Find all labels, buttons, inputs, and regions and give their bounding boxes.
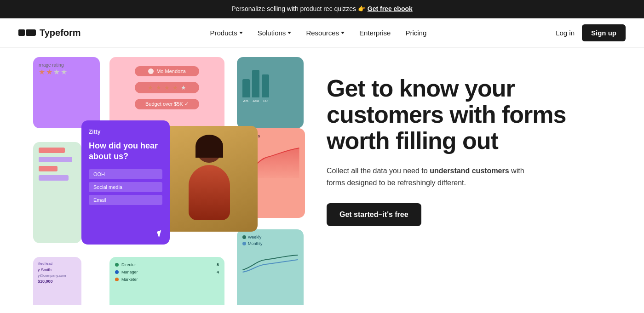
- form-question: How did you hear about us?: [89, 141, 162, 162]
- logo-rect: [26, 29, 36, 36]
- dot-icon: [115, 263, 119, 267]
- company-name: Zitty: [89, 129, 162, 135]
- mini-bar: [39, 148, 65, 153]
- nav-products[interactable]: Products: [210, 29, 242, 37]
- chevron-down-icon: [341, 32, 345, 34]
- budget-label: Budget over $5K ✓: [145, 101, 189, 107]
- option-social[interactable]: Social media: [89, 182, 162, 192]
- nav-right: Log in Sign up: [556, 24, 626, 41]
- freq-label: Weekly: [248, 235, 261, 239]
- table-row: Marketer: [115, 277, 219, 282]
- announcement-banner: Personalize selling with product rec qui…: [0, 0, 644, 18]
- hero-sub-bold: understand customers: [430, 167, 509, 175]
- hero-headline: Get to know your customers with forms wo…: [327, 75, 616, 154]
- navbar: Typeform Products Solutions Resources En…: [0, 18, 644, 48]
- hero-sub-start: Collect all the data you need to: [327, 167, 430, 175]
- nav-solutions[interactable]: Solutions: [258, 29, 292, 37]
- freq-label: Monthly: [248, 241, 263, 246]
- budget-chip: Budget over $5K ✓: [135, 99, 199, 109]
- freq-dot: [242, 242, 246, 245]
- card-purple-top: rrrage rating ★ ★ ★ ★: [33, 57, 100, 128]
- card-table: Director 8 Manager 4 Marketer: [109, 257, 224, 305]
- bar-chart: [242, 70, 298, 97]
- bar-label-asia: Asia: [252, 99, 259, 102]
- card-mint-left: [33, 142, 81, 243]
- star-icon: ★: [148, 84, 153, 91]
- star-empty-icon: ★: [181, 84, 186, 91]
- star-empty-icon: ★: [61, 68, 67, 76]
- table-row: Manager 4: [115, 270, 219, 274]
- login-button[interactable]: Log in: [556, 29, 575, 37]
- lead-name: y Smith: [38, 267, 77, 272]
- nav-center: Products Solutions Resources Enterprise …: [210, 29, 426, 37]
- table-row: Director 8: [115, 262, 219, 267]
- star-icon: ★: [39, 68, 45, 76]
- banner-text: Personalize selling with product rec qui…: [231, 5, 368, 12]
- hero-visuals: rrrage rating ★ ★ ★ ★ Mo Mendoza ★ ★ ★ ★: [0, 57, 308, 291]
- user-icon: [148, 68, 154, 74]
- chevron-down-icon: [288, 32, 291, 34]
- bar-europe: [262, 74, 269, 97]
- star-icon: ★: [172, 84, 178, 91]
- signup-button[interactable]: Sign up: [582, 24, 626, 41]
- logo-icon: [18, 29, 36, 36]
- star-icon: ★: [156, 84, 161, 91]
- lead-value: $10,000: [38, 279, 77, 284]
- row-value: 8: [217, 262, 219, 267]
- rating-chip: ★ ★ ★ ★ ★: [135, 82, 199, 93]
- star-icon: ★: [46, 68, 52, 76]
- card-frequency: Weekly Monthly: [237, 229, 304, 305]
- card-form-purple: Zitty How did you hear about us? OOH Soc…: [81, 120, 170, 245]
- brand-name: Typeform: [40, 28, 81, 38]
- option-email[interactable]: Email: [89, 195, 162, 205]
- cta-button[interactable]: Get started–it's free: [327, 203, 421, 226]
- row-label: Marketer: [121, 277, 138, 282]
- nav-pricing[interactable]: Pricing: [405, 29, 426, 37]
- qualified-label: ified lead: [38, 262, 77, 266]
- bar-asia-pacific: [252, 70, 259, 97]
- star-empty-icon: ★: [53, 68, 60, 76]
- hair: [196, 135, 223, 158]
- hero-subtext: Collect all the data you need to underst…: [327, 165, 529, 188]
- bar-label-americas: Am.: [242, 99, 250, 102]
- mini-bar: [39, 157, 72, 162]
- freq-item-monthly: Monthly: [242, 241, 298, 246]
- dot-icon: [115, 278, 119, 281]
- line-chart: [242, 251, 298, 274]
- row-label: Manager: [121, 270, 138, 274]
- banner-link[interactable]: Get free ebook: [368, 5, 413, 12]
- hero-text: Get to know your customers with forms wo…: [308, 48, 644, 245]
- bar-americas: [242, 79, 250, 97]
- body: [189, 165, 230, 220]
- card-photo: [161, 126, 258, 232]
- rating-label: rrrage rating: [39, 63, 94, 68]
- row-label: Director: [121, 262, 136, 267]
- profile-name: Mo Mendoza: [156, 68, 186, 74]
- row-value: 4: [217, 270, 219, 274]
- card-lead: ified lead y Smith y@company.com $10,000: [33, 257, 81, 305]
- bar-label-eu: EU: [262, 99, 269, 102]
- person-silhouette: [182, 133, 237, 225]
- star-icon: ★: [164, 84, 170, 91]
- card-teal-chart: Am. Asia EU: [237, 57, 304, 128]
- mini-bar: [39, 175, 69, 181]
- option-ooh[interactable]: OOH: [89, 169, 162, 179]
- hero-section: rrrage rating ★ ★ ★ ★ Mo Mendoza ★ ★ ★ ★: [0, 48, 644, 305]
- dot-icon: [115, 270, 119, 274]
- profile-chip: Mo Mendoza: [135, 66, 199, 76]
- chevron-down-icon: [239, 32, 243, 34]
- lead-email: y@company.com: [38, 273, 77, 278]
- person-photo: [161, 126, 258, 232]
- bar-labels: Am. Asia EU: [242, 99, 298, 102]
- mini-bar: [39, 166, 58, 171]
- nav-resources[interactable]: Resources: [306, 29, 345, 37]
- nav-enterprise[interactable]: Enterprise: [359, 29, 391, 37]
- logo-square: [18, 29, 25, 36]
- brand-logo[interactable]: Typeform: [18, 28, 81, 38]
- cursor-arrow-icon: [157, 230, 163, 238]
- freq-item-weekly: Weekly: [242, 235, 298, 239]
- freq-dot: [242, 235, 246, 239]
- stars-row: ★ ★ ★ ★: [39, 68, 94, 76]
